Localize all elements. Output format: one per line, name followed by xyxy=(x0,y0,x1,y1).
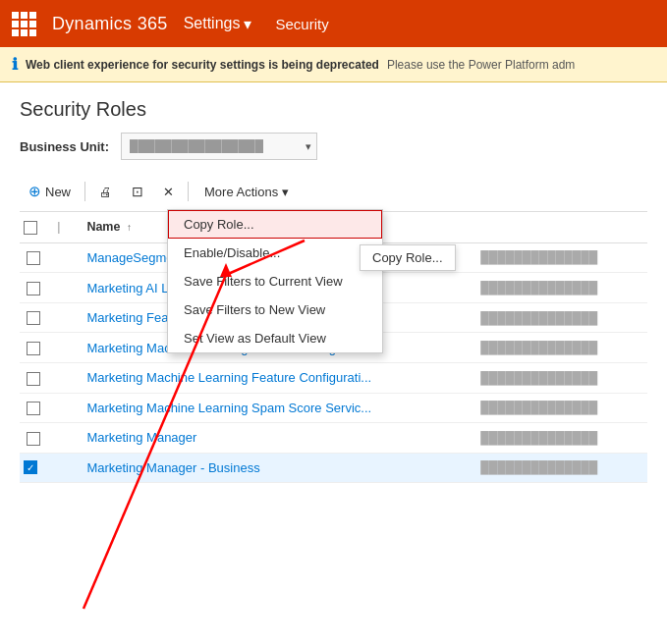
row-value: ██████████████ xyxy=(471,302,647,333)
settings-label: Settings xyxy=(184,15,241,32)
row-name[interactable]: Marketing Manager - Business xyxy=(77,453,471,482)
row-checkbox[interactable]: ✓ xyxy=(24,460,37,474)
row-checkbox[interactable] xyxy=(27,251,40,265)
row-checkbox[interactable] xyxy=(27,402,40,415)
dropdown-save-filters-new[interactable]: Save Filters to New View xyxy=(168,295,382,324)
toolbar-separator-2 xyxy=(188,182,189,201)
dropdown-container: Copy Role... Enable/Disable... Save Filt… xyxy=(167,209,383,353)
info-icon: ℹ xyxy=(12,55,18,74)
row-name[interactable]: Marketing Manager xyxy=(77,423,471,454)
row-name[interactable]: Marketing Machine Learning Feature Confi… xyxy=(77,362,471,393)
th-checkbox xyxy=(20,212,47,242)
delete-button[interactable]: ✕ xyxy=(154,178,183,205)
security-nav: Security xyxy=(275,16,328,32)
page-content: Security Roles Business Unit: ██████████… xyxy=(0,82,667,483)
row-value: ██████████████ xyxy=(471,273,647,303)
row-checkbox[interactable] xyxy=(27,311,40,325)
app-title: Dynamics 365 xyxy=(52,14,168,34)
row-separator xyxy=(47,242,77,273)
page-title: Security Roles xyxy=(20,98,647,121)
dropdown-save-filters-current[interactable]: Save Filters to Current View xyxy=(168,267,382,295)
dropdown-enable-disable[interactable]: Enable/Disable... xyxy=(168,239,382,267)
business-unit-row: Business Unit: ████████████████ xyxy=(20,133,647,160)
row-checkbox[interactable] xyxy=(27,342,40,355)
delete-icon: ✕ xyxy=(163,185,174,199)
new-label: New xyxy=(45,185,71,199)
row-separator xyxy=(47,273,77,303)
save-filters-current-label: Save Filters to Current View xyxy=(184,274,343,289)
email-button[interactable]: ⊡ xyxy=(123,178,152,205)
row-checkbox-cell[interactable] xyxy=(20,393,47,423)
toolbar: ⊕ New 🖨 ⊡ ✕ More Actions ▾ Copy Role... … xyxy=(20,172,647,212)
row-checkbox-cell[interactable] xyxy=(20,242,47,273)
more-actions-label: More Actions xyxy=(204,185,278,199)
new-button[interactable]: ⊕ New xyxy=(20,178,80,205)
row-separator xyxy=(47,302,77,333)
row-checkbox-cell[interactable] xyxy=(20,333,47,363)
warning-bold-text: Web client experience for security setti… xyxy=(26,58,379,72)
waffle-icon[interactable] xyxy=(12,12,36,36)
top-nav: Dynamics 365 Settings ▾ Security xyxy=(0,0,667,47)
print-button[interactable]: 🖨 xyxy=(90,178,121,205)
th-value xyxy=(471,212,647,242)
dropdown-menu: Copy Role... Enable/Disable... Save Filt… xyxy=(167,209,383,353)
col-name-label: Name xyxy=(86,220,120,234)
th-separator: | xyxy=(47,212,77,242)
tooltip-label: Copy Role... xyxy=(372,250,443,265)
row-checkbox[interactable] xyxy=(27,282,40,295)
select-all-checkbox[interactable] xyxy=(24,221,37,235)
table-row: ✓Marketing Manager - Business███████████… xyxy=(20,453,647,482)
row-checkbox-cell[interactable] xyxy=(20,362,47,393)
print-icon: 🖨 xyxy=(99,185,112,199)
row-separator xyxy=(47,453,77,482)
copy-role-tooltip: Copy Role... xyxy=(360,244,456,271)
table-row: Marketing Machine Learning Spam Score Se… xyxy=(20,393,647,423)
row-checkbox-cell[interactable] xyxy=(20,273,47,303)
row-checkbox-cell[interactable] xyxy=(20,302,47,333)
row-name[interactable]: Marketing Machine Learning Spam Score Se… xyxy=(77,393,471,423)
row-separator xyxy=(47,423,77,454)
row-value: ██████████████ xyxy=(471,423,647,454)
warning-bar: ℹ Web client experience for security set… xyxy=(0,47,667,82)
email-icon: ⊡ xyxy=(132,184,143,199)
more-actions-chevron-icon: ▾ xyxy=(282,185,289,199)
row-separator xyxy=(47,393,77,423)
sort-asc-icon: ↑ xyxy=(127,222,132,233)
row-value: ██████████████ xyxy=(471,393,647,423)
business-unit-select-wrapper: ████████████████ xyxy=(121,133,317,160)
dropdown-set-default[interactable]: Set View as Default View xyxy=(168,324,382,352)
row-checkbox[interactable] xyxy=(27,432,40,446)
save-filters-new-label: Save Filters to New View xyxy=(184,302,325,317)
row-checkbox-cell[interactable] xyxy=(20,423,47,454)
settings-nav[interactable]: Settings ▾ xyxy=(184,15,252,33)
toolbar-separator-1 xyxy=(84,182,85,201)
enable-disable-label: Enable/Disable... xyxy=(184,245,280,260)
row-value: ██████████████ xyxy=(471,362,647,393)
row-value: ██████████████ xyxy=(471,333,647,363)
business-unit-select[interactable]: ████████████████ xyxy=(121,133,317,160)
row-separator xyxy=(47,362,77,393)
row-value: ██████████████ xyxy=(471,453,647,482)
table-row: Marketing Manager██████████████ xyxy=(20,423,647,454)
business-unit-label: Business Unit: xyxy=(20,139,109,154)
table-row: Marketing Machine Learning Feature Confi… xyxy=(20,362,647,393)
new-icon: ⊕ xyxy=(28,183,41,200)
row-checkbox[interactable] xyxy=(27,372,40,386)
row-checkbox-cell[interactable]: ✓ xyxy=(20,453,47,482)
dropdown-copy-role[interactable]: Copy Role... xyxy=(168,210,382,239)
row-value: ██████████████ xyxy=(471,242,647,273)
warning-sub-text: Please use the Power Platform adm xyxy=(387,58,575,72)
copy-role-label: Copy Role... xyxy=(184,217,254,232)
more-actions-button[interactable]: More Actions ▾ xyxy=(194,178,300,205)
row-separator xyxy=(47,333,77,363)
set-default-label: Set View as Default View xyxy=(184,331,326,346)
settings-chevron-icon: ▾ xyxy=(244,15,251,33)
